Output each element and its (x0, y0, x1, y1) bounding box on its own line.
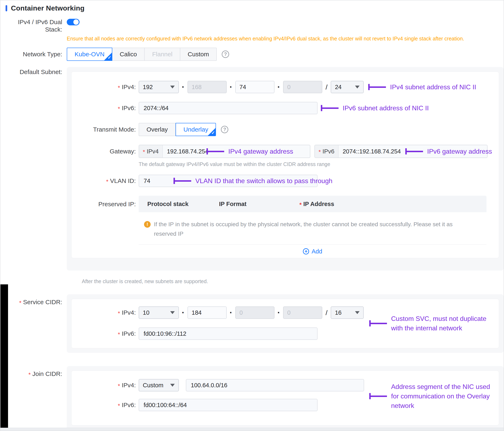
redacted-region (0, 284, 8, 429)
service-octet2-input[interactable] (188, 306, 227, 319)
ipv6-subnet-annotation: IPv6 subnet address of NIC II (321, 103, 429, 113)
vlan-label: VLAN ID: (110, 177, 136, 184)
check-icon: ✓ (208, 128, 216, 136)
gateway-ipv4-value[interactable]: 192.168.74.254 (163, 148, 213, 155)
add-preserved-ip-button[interactable]: + Add (139, 244, 486, 258)
required-marker: * (118, 106, 120, 112)
add-icon: + (303, 248, 309, 254)
ipv4-octet4-input (283, 81, 322, 93)
chevron-down-icon (170, 384, 175, 387)
annotation-line (368, 84, 386, 90)
annotation-line (369, 393, 387, 399)
gateway-ipv6-prefix: IPv6 (323, 148, 334, 155)
ipv4-subnet-annotation: IPv4 subnet address of NIC II (368, 82, 476, 92)
join-ipv4-mode-select[interactable]: Custom (139, 379, 179, 391)
vlan-row: *VLAN ID: VLAN ID that the switch allows… (72, 175, 499, 187)
default-subnet-row: Default Subnet: *IPv4: 192 · (0, 67, 504, 271)
octet-value: 192 (143, 84, 153, 91)
gateway-ipv4-prefix: IPv4 (147, 148, 159, 155)
column-protocol-stack: Protocol stack (139, 201, 219, 207)
container-networking-page: Container Networking IPv4 / IPv6 Dual St… (0, 0, 504, 431)
ipv4-octet3-input[interactable] (235, 81, 274, 93)
chevron-down-icon (170, 311, 175, 314)
section-accent-bar (6, 5, 7, 11)
network-type-row: Network Type: Kube-OVN ✓ Calico Flannel … (0, 48, 504, 61)
required-marker: * (106, 178, 108, 185)
join-cidr-label: Join CIDR: (32, 370, 62, 377)
service-prefix-select[interactable]: 16 (331, 306, 364, 319)
gateway-row: Gateway: *IPv4 192.168.74.254 *IPv6 2074… (72, 145, 499, 158)
tab-calico[interactable]: Calico (112, 48, 145, 61)
network-type-tabs: Kube-OVN ✓ Calico Flannel Custom (67, 48, 217, 61)
add-label: Add (312, 248, 322, 255)
required-marker: * (118, 383, 120, 389)
join-ipv6-input[interactable] (139, 399, 317, 411)
default-subnet-card: *IPv4: 192 · · · / (71, 72, 499, 258)
subnet-ipv6-input[interactable] (139, 102, 317, 114)
chevron-down-icon (355, 85, 360, 88)
preserved-ip-header: Protocol stack IP Format *IP Address (139, 196, 486, 212)
annotation-line (369, 320, 387, 327)
preserved-ip-table: Protocol stack IP Format *IP Address ! I… (139, 196, 486, 258)
service-ipv6-input[interactable] (139, 328, 317, 340)
prefix-value: 16 (335, 309, 342, 316)
dot-separator: · (230, 306, 233, 319)
ipv4-octet2-input (188, 81, 227, 93)
join-ipv6-label: IPv6: (122, 402, 136, 408)
gateway-hint-row: The default gateway IPv4/IPv6 value must… (72, 161, 499, 167)
column-ip-format: IP Format (219, 201, 299, 207)
tab-kube-ovn[interactable]: Kube-OVN ✓ (67, 48, 112, 61)
dual-stack-toggle[interactable] (67, 19, 80, 25)
preserved-ip-warning: ! If the IP in the subnet is occupied by… (139, 212, 486, 244)
tab-overlay[interactable]: Overlay (139, 123, 176, 136)
gateway-ipv6-value[interactable]: 2074::192.168.74.254 (339, 148, 405, 155)
join-cidr-panel: *IPv4: Custom Address segment of the NIC… (67, 366, 504, 430)
page-title: Container Networking (11, 4, 84, 12)
column-ip-address: IP Address (303, 201, 334, 207)
transmit-mode-row: Transmit Mode: Overlay Underlay ✓ (72, 123, 499, 136)
transmit-mode-help-icon[interactable]: ? (221, 126, 228, 133)
required-marker: * (28, 371, 31, 378)
tab-custom[interactable]: Custom (180, 48, 217, 61)
prefix-value: 24 (335, 84, 342, 91)
slash-separator: / (325, 83, 327, 91)
required-marker: * (319, 149, 321, 155)
service-cidr-label: Service CIDR: (23, 299, 62, 305)
slash-separator: / (325, 309, 327, 317)
join-ipv4-row: *IPv4: Custom Address segment of the NIC… (72, 379, 499, 391)
service-ipv4-label: IPv4: (122, 309, 136, 316)
service-octet3-input (235, 306, 274, 319)
dual-stack-label: IPv4 / IPv6 Dual Stack: (0, 18, 62, 33)
chevron-down-icon (355, 311, 360, 314)
tab-label: Overlay (146, 126, 168, 133)
dot-separator: · (230, 81, 233, 93)
section-header: Container Networking (0, 0, 504, 12)
gateway-ipv6-group[interactable]: *IPv6 2074::192.168.74.254 (315, 145, 487, 158)
service-cidr-card: *IPv4: 10 · · · / (71, 299, 499, 348)
dot-separator: · (182, 81, 185, 93)
required-marker: * (19, 300, 21, 306)
service-cidr-panel: *IPv4: 10 · · · / (67, 294, 504, 353)
join-ipv4-label: IPv4: (122, 382, 136, 389)
gateway-ipv4-group[interactable]: *IPv4 192.168.74.254 (139, 145, 310, 158)
service-octet1-select[interactable]: 10 (139, 306, 179, 319)
tab-underlay[interactable]: Underlay ✓ (176, 123, 216, 136)
tab-label: Flannel (152, 51, 172, 58)
vlan-input[interactable] (139, 175, 317, 187)
network-type-label: Network Type: (0, 48, 62, 58)
dot-separator: · (182, 306, 185, 319)
annotation-line (321, 105, 339, 111)
ipv4-octet1-select[interactable]: 192 (139, 81, 179, 93)
ipv4-prefix-select[interactable]: 24 (331, 81, 364, 93)
subnet-footer-hint: After the cluster is created, new subnet… (82, 278, 504, 284)
chevron-down-icon (170, 85, 175, 88)
service-cidr-row: *Service CIDR: *IPv4: 10 · · (0, 294, 504, 353)
dot-separator: · (277, 306, 280, 319)
dual-stack-warning: Ensure that all nodes are correctly conf… (67, 35, 504, 42)
octet-value: 10 (143, 309, 149, 316)
required-marker: * (118, 331, 120, 337)
join-ipv6-row: *IPv6: (72, 399, 499, 411)
join-ipv4-input[interactable] (186, 379, 364, 391)
bottom-divider (0, 428, 504, 431)
network-type-help-icon[interactable]: ? (222, 50, 229, 58)
